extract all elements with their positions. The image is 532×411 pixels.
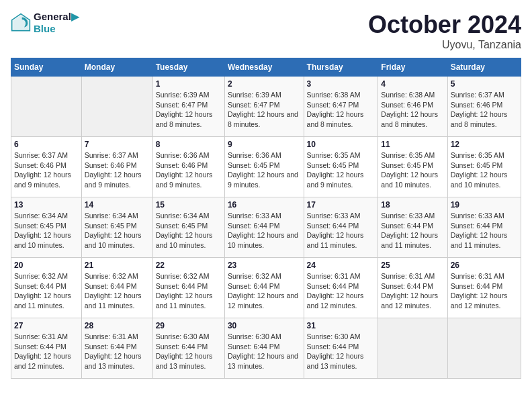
calendar-cell: 2Sunrise: 6:39 AMSunset: 6:47 PMDaylight… <box>224 77 304 137</box>
day-info: Sunrise: 6:33 AMSunset: 6:44 PMDaylight:… <box>307 211 375 250</box>
calendar-cell: 9Sunrise: 6:36 AMSunset: 6:45 PMDaylight… <box>224 137 304 197</box>
day-number: 18 <box>381 200 444 210</box>
calendar-cell: 18Sunrise: 6:33 AMSunset: 6:44 PMDayligh… <box>378 197 447 258</box>
day-info: Sunrise: 6:36 AMSunset: 6:46 PMDaylight:… <box>156 150 222 190</box>
calendar-cell: 29Sunrise: 6:30 AMSunset: 6:44 PMDayligh… <box>152 318 224 379</box>
calendar-cell: 13Sunrise: 6:34 AMSunset: 6:45 PMDayligh… <box>11 197 82 258</box>
day-number: 28 <box>85 321 150 330</box>
calendar-cell: 1Sunrise: 6:39 AMSunset: 6:47 PMDaylight… <box>152 77 224 137</box>
calendar-week-row: 20Sunrise: 6:32 AMSunset: 6:44 PMDayligh… <box>11 258 521 318</box>
calendar-cell: 19Sunrise: 6:33 AMSunset: 6:44 PMDayligh… <box>447 197 521 258</box>
location-title: Uyovu, Tanzania <box>368 39 521 51</box>
day-info: Sunrise: 6:38 AMSunset: 6:47 PMDaylight:… <box>307 90 375 130</box>
day-number: 13 <box>14 200 79 210</box>
day-info: Sunrise: 6:30 AMSunset: 6:44 PMDaylight:… <box>228 332 301 371</box>
day-number: 22 <box>156 261 222 270</box>
day-info: Sunrise: 6:31 AMSunset: 6:44 PMDaylight:… <box>381 271 444 311</box>
day-info: Sunrise: 6:37 AMSunset: 6:46 PMDaylight:… <box>451 90 518 130</box>
day-info: Sunrise: 6:34 AMSunset: 6:45 PMDaylight:… <box>156 211 222 250</box>
weekday-header-cell: Monday <box>81 58 152 77</box>
day-info: Sunrise: 6:36 AMSunset: 6:45 PMDaylight:… <box>228 150 301 190</box>
day-info: Sunrise: 6:31 AMSunset: 6:44 PMDaylight:… <box>14 332 79 371</box>
day-info: Sunrise: 6:37 AMSunset: 6:46 PMDaylight:… <box>14 150 79 190</box>
logo: General▶ Blue <box>11 11 79 34</box>
day-number: 10 <box>307 140 375 149</box>
day-info: Sunrise: 6:38 AMSunset: 6:46 PMDaylight:… <box>381 90 444 130</box>
day-number: 24 <box>307 261 375 270</box>
weekday-header-cell: Tuesday <box>152 58 224 77</box>
day-info: Sunrise: 6:37 AMSunset: 6:46 PMDaylight:… <box>85 150 150 190</box>
day-info: Sunrise: 6:35 AMSunset: 6:45 PMDaylight:… <box>451 150 518 190</box>
calendar-week-row: 1Sunrise: 6:39 AMSunset: 6:47 PMDaylight… <box>11 77 521 137</box>
calendar-cell: 21Sunrise: 6:32 AMSunset: 6:44 PMDayligh… <box>81 258 152 318</box>
day-info: Sunrise: 6:30 AMSunset: 6:44 PMDaylight:… <box>307 332 375 371</box>
calendar-week-row: 13Sunrise: 6:34 AMSunset: 6:45 PMDayligh… <box>11 197 521 258</box>
weekday-header-cell: Friday <box>378 58 447 77</box>
calendar-cell <box>81 77 152 137</box>
weekday-header-cell: Sunday <box>11 58 82 77</box>
day-number: 30 <box>228 321 301 330</box>
day-number: 7 <box>85 140 150 149</box>
day-number: 8 <box>156 140 222 149</box>
calendar-cell: 24Sunrise: 6:31 AMSunset: 6:44 PMDayligh… <box>304 258 378 318</box>
calendar-cell: 8Sunrise: 6:36 AMSunset: 6:46 PMDaylight… <box>152 137 224 197</box>
day-info: Sunrise: 6:31 AMSunset: 6:44 PMDaylight:… <box>451 271 518 311</box>
calendar-week-row: 6Sunrise: 6:37 AMSunset: 6:46 PMDaylight… <box>11 137 521 197</box>
day-number: 9 <box>228 140 301 149</box>
day-number: 26 <box>451 261 518 270</box>
calendar-cell: 23Sunrise: 6:32 AMSunset: 6:44 PMDayligh… <box>224 258 304 318</box>
calendar-cell: 27Sunrise: 6:31 AMSunset: 6:44 PMDayligh… <box>11 318 82 379</box>
day-number: 16 <box>228 200 301 210</box>
day-number: 4 <box>381 79 444 89</box>
calendar-header-row: SundayMondayTuesdayWednesdayThursdayFrid… <box>11 58 521 77</box>
calendar-cell: 7Sunrise: 6:37 AMSunset: 6:46 PMDaylight… <box>81 137 152 197</box>
day-info: Sunrise: 6:32 AMSunset: 6:44 PMDaylight:… <box>156 271 222 311</box>
calendar-body: 1Sunrise: 6:39 AMSunset: 6:47 PMDaylight… <box>11 77 521 379</box>
title-area: October 2024 Uyovu, Tanzania <box>368 11 521 51</box>
day-number: 17 <box>307 200 375 210</box>
day-info: Sunrise: 6:33 AMSunset: 6:44 PMDaylight:… <box>228 211 301 250</box>
weekday-header-cell: Saturday <box>447 58 521 77</box>
day-info: Sunrise: 6:35 AMSunset: 6:45 PMDaylight:… <box>307 150 375 190</box>
day-number: 25 <box>381 261 444 270</box>
calendar-table: SundayMondayTuesdayWednesdayThursdayFrid… <box>11 58 521 379</box>
calendar-cell <box>378 318 447 379</box>
day-info: Sunrise: 6:32 AMSunset: 6:44 PMDaylight:… <box>228 271 301 311</box>
weekday-header-cell: Wednesday <box>224 58 304 77</box>
calendar-cell: 3Sunrise: 6:38 AMSunset: 6:47 PMDaylight… <box>304 77 378 137</box>
day-number: 12 <box>451 140 518 149</box>
day-info: Sunrise: 6:39 AMSunset: 6:47 PMDaylight:… <box>156 90 222 130</box>
day-number: 21 <box>85 261 150 270</box>
day-info: Sunrise: 6:33 AMSunset: 6:44 PMDaylight:… <box>451 211 518 250</box>
calendar-cell: 5Sunrise: 6:37 AMSunset: 6:46 PMDaylight… <box>447 77 521 137</box>
calendar-cell: 15Sunrise: 6:34 AMSunset: 6:45 PMDayligh… <box>152 197 224 258</box>
day-number: 15 <box>156 200 222 210</box>
calendar-cell: 22Sunrise: 6:32 AMSunset: 6:44 PMDayligh… <box>152 258 224 318</box>
calendar-cell: 30Sunrise: 6:30 AMSunset: 6:44 PMDayligh… <box>224 318 304 379</box>
calendar-cell: 26Sunrise: 6:31 AMSunset: 6:44 PMDayligh… <box>447 258 521 318</box>
day-info: Sunrise: 6:34 AMSunset: 6:45 PMDaylight:… <box>85 211 150 250</box>
day-info: Sunrise: 6:33 AMSunset: 6:44 PMDaylight:… <box>381 211 444 250</box>
calendar-week-row: 27Sunrise: 6:31 AMSunset: 6:44 PMDayligh… <box>11 318 521 379</box>
calendar-cell: 4Sunrise: 6:38 AMSunset: 6:46 PMDaylight… <box>378 77 447 137</box>
logo-icon <box>11 13 31 33</box>
calendar-cell: 6Sunrise: 6:37 AMSunset: 6:46 PMDaylight… <box>11 137 82 197</box>
month-title: October 2024 <box>368 11 521 39</box>
day-number: 2 <box>228 79 301 89</box>
day-info: Sunrise: 6:32 AMSunset: 6:44 PMDaylight:… <box>85 271 150 311</box>
day-info: Sunrise: 6:32 AMSunset: 6:44 PMDaylight:… <box>14 271 79 311</box>
calendar-cell: 16Sunrise: 6:33 AMSunset: 6:44 PMDayligh… <box>224 197 304 258</box>
page-header: General▶ Blue October 2024 Uyovu, Tanzan… <box>11 11 521 51</box>
calendar-cell <box>447 318 521 379</box>
calendar-cell: 17Sunrise: 6:33 AMSunset: 6:44 PMDayligh… <box>304 197 378 258</box>
day-info: Sunrise: 6:30 AMSunset: 6:44 PMDaylight:… <box>156 332 222 371</box>
calendar-cell <box>11 77 82 137</box>
calendar-cell: 20Sunrise: 6:32 AMSunset: 6:44 PMDayligh… <box>11 258 82 318</box>
day-number: 5 <box>451 79 518 89</box>
calendar-cell: 28Sunrise: 6:31 AMSunset: 6:44 PMDayligh… <box>81 318 152 379</box>
calendar-cell: 10Sunrise: 6:35 AMSunset: 6:45 PMDayligh… <box>304 137 378 197</box>
day-number: 27 <box>14 321 79 330</box>
day-number: 11 <box>381 140 444 149</box>
day-info: Sunrise: 6:39 AMSunset: 6:47 PMDaylight:… <box>228 90 301 130</box>
day-number: 29 <box>156 321 222 330</box>
